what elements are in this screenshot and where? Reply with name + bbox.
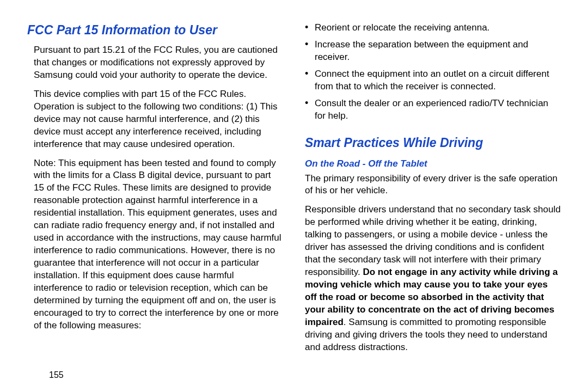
list-item: Consult the dealer or an experienced rad… [305, 97, 561, 122]
driving-para-1: The primary responsibility of every driv… [305, 173, 561, 198]
page-number: 155 [27, 358, 283, 381]
fcc-para-3: Note: This equipment has been tested and… [27, 157, 283, 332]
list-item: Increase the separation between the equi… [305, 39, 561, 64]
right-column: Reorient or relocate the receiving anten… [305, 22, 561, 381]
driving-heading: Smart Practices While Driving [305, 134, 561, 151]
interference-measures-list: Reorient or relocate the receiving anten… [305, 22, 561, 127]
list-item: Connect the equipment into an outlet on … [305, 68, 561, 93]
fcc-heading: FCC Part 15 Information to User [27, 22, 283, 39]
left-column: FCC Part 15 Information to User Pursuant… [27, 22, 283, 381]
fcc-para-2: This device complies with part 15 of the… [27, 88, 283, 151]
list-item: Reorient or relocate the receiving anten… [305, 22, 561, 34]
fcc-para-1: Pursuant to part 15.21 of the FCC Rules,… [27, 44, 283, 82]
driving-para-2: Responsible drivers understand that no s… [305, 204, 561, 353]
driving-subheading: On the Road - Off the Tablet [305, 158, 561, 170]
